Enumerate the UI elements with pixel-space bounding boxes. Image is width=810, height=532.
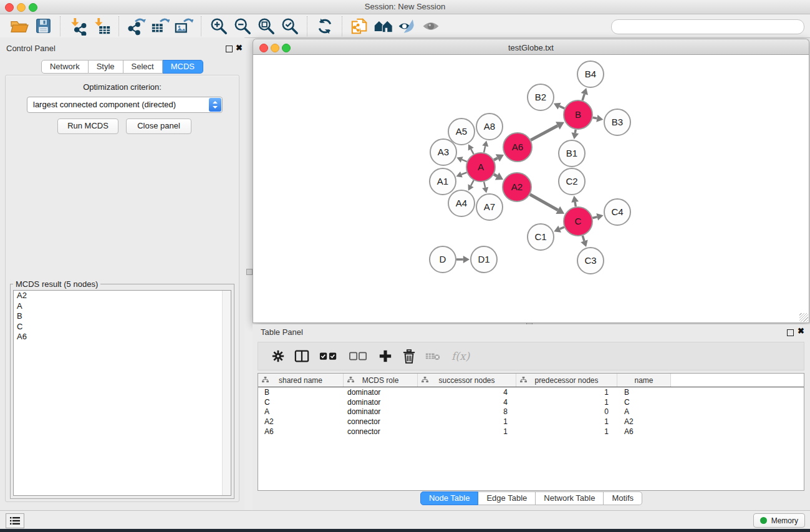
mcds-result-list[interactable]: A2ABCA6 — [13, 290, 231, 496]
mcds-result-item[interactable]: A6 — [14, 332, 231, 342]
unselect-all-button[interactable] — [348, 349, 369, 364]
table-cell[interactable]: C — [617, 398, 671, 407]
table-row[interactable]: A6connector11A6 — [258, 427, 804, 437]
table-cell[interactable]: 1 — [418, 417, 516, 426]
tab-style[interactable]: Style — [89, 60, 123, 74]
table-cell[interactable]: A — [617, 407, 671, 416]
table-cell[interactable]: 1 — [516, 388, 617, 397]
table-cell[interactable]: 0 — [516, 407, 617, 416]
network-window-titlebar[interactable]: testGlobe.txt — [253, 39, 809, 55]
tab-mcds[interactable]: MCDS — [163, 60, 203, 74]
vertical-splitter-handle[interactable] — [246, 269, 253, 275]
mcds-result-item[interactable]: B — [14, 311, 231, 322]
import-network-button[interactable] — [66, 16, 90, 36]
table-cell[interactable]: dominator — [344, 398, 418, 407]
resize-grip-icon[interactable] — [799, 313, 808, 322]
table-float-panel-icon[interactable] — [787, 329, 794, 336]
edge-A-A1[interactable] — [461, 172, 467, 174]
close-panel-icon[interactable]: ✖ — [236, 43, 243, 52]
edge-A-A2[interactable] — [494, 175, 497, 177]
export-table-button[interactable] — [148, 16, 172, 36]
task-history-button[interactable] — [6, 513, 24, 528]
zoom-in-button[interactable] — [207, 16, 231, 36]
edge-A2-C[interactable] — [530, 195, 558, 210]
table-cell[interactable]: C — [258, 398, 344, 407]
float-panel-icon[interactable] — [226, 46, 233, 52]
tab-network-table[interactable]: Network Table — [536, 491, 604, 505]
edge-C-C4[interactable] — [592, 217, 597, 218]
column-header-shared-name[interactable]: shared name — [258, 374, 344, 387]
edge-A-A7[interactable] — [484, 181, 485, 187]
refresh-button[interactable] — [313, 16, 337, 36]
edge-B-B3[interactable] — [593, 117, 597, 118]
table-cell[interactable]: 4 — [418, 398, 516, 407]
table-cell[interactable]: A6 — [258, 427, 344, 436]
column-header-name[interactable]: name — [617, 374, 671, 387]
export-image-button[interactable] — [172, 16, 196, 36]
show-all-button[interactable] — [419, 16, 443, 36]
tab-motifs[interactable]: Motifs — [604, 491, 642, 505]
mcds-result-item[interactable]: A — [14, 301, 231, 312]
table-cell[interactable]: A2 — [617, 417, 671, 426]
edge-A-A5[interactable] — [471, 149, 473, 154]
first-neighbors-button[interactable] — [372, 16, 395, 36]
table-cell[interactable]: 1 — [516, 398, 617, 407]
memory-button[interactable]: Memory — [753, 513, 805, 528]
tab-select[interactable]: Select — [123, 60, 163, 74]
node-table[interactable]: shared nameMCDS rolesuccessor nodesprede… — [258, 373, 804, 491]
edge-A6-B[interactable] — [531, 125, 557, 140]
table-close-panel-icon[interactable]: ✖ — [798, 326, 804, 336]
column-header-successor-nodes[interactable]: successor nodes — [418, 374, 516, 387]
table-cell[interactable]: B — [617, 388, 671, 397]
edge-B-B1[interactable] — [575, 130, 576, 133]
table-cell[interactable]: 1 — [516, 427, 617, 436]
table-cell[interactable]: connector — [344, 417, 418, 426]
tab-node-table[interactable]: Node Table — [420, 491, 479, 505]
mcds-result-item[interactable]: A2 — [14, 291, 231, 301]
save-session-button[interactable] — [31, 16, 55, 36]
edge-B-B2[interactable] — [559, 106, 564, 109]
table-cell[interactable]: connector — [344, 427, 418, 436]
table-row[interactable]: Bdominator41B — [258, 387, 804, 397]
new-network-from-selection-button[interactable] — [348, 16, 372, 36]
tab-edge-table[interactable]: Edge Table — [478, 491, 536, 505]
table-options-button[interactable] — [271, 349, 286, 364]
edge-A-A6[interactable] — [494, 158, 498, 160]
edge-C-C3[interactable] — [582, 236, 584, 241]
table-cell[interactable]: 4 — [418, 388, 516, 397]
table-row[interactable]: Adominator80A — [258, 407, 804, 417]
table-cell[interactable]: A6 — [617, 427, 671, 436]
table-cell[interactable]: 1 — [418, 427, 516, 436]
zoom-out-button[interactable] — [231, 16, 254, 36]
network-canvas[interactable]: B4B2BB3A8A5A6A3B1AA1C2A2A4A7C4CC1C3DD1 — [253, 55, 809, 323]
search-input[interactable] — [611, 19, 804, 34]
table-cell[interactable]: B — [258, 388, 344, 397]
column-header-MCDS-role[interactable]: MCDS role — [344, 374, 418, 387]
add-row-button[interactable] — [378, 349, 393, 364]
table-row[interactable]: Cdominator41C — [258, 397, 804, 407]
edge-C-C1[interactable] — [560, 227, 564, 229]
result-list-scrollbar[interactable] — [222, 291, 231, 495]
tab-network[interactable]: Network — [41, 60, 89, 74]
table-cell[interactable]: dominator — [344, 388, 418, 397]
table-cell[interactable]: 8 — [418, 407, 516, 416]
show-column-button[interactable] — [294, 349, 309, 364]
export-network-button[interactable] — [125, 16, 148, 36]
edge-A-A8[interactable] — [484, 146, 485, 152]
import-table-button[interactable] — [90, 16, 113, 36]
select-all-button[interactable] — [318, 349, 339, 364]
table-row[interactable]: A2connector11A2 — [258, 417, 804, 427]
table-cell[interactable]: dominator — [344, 407, 418, 416]
table-cell[interactable]: A2 — [258, 417, 344, 426]
run-mcds-button[interactable]: Run MCDS — [57, 118, 118, 134]
edge-A-A3[interactable] — [462, 160, 467, 162]
hide-selected-button[interactable] — [395, 16, 419, 36]
column-header-predecessor-nodes[interactable]: predecessor nodes — [516, 374, 617, 387]
edge-C-C2[interactable] — [575, 202, 576, 206]
mcds-result-item[interactable]: C — [14, 322, 231, 332]
edge-A-A4[interactable] — [471, 180, 474, 186]
table-cell[interactable]: 1 — [516, 417, 617, 426]
zoom-selected-button[interactable] — [278, 16, 302, 36]
function-builder-button[interactable]: f(x) — [451, 350, 470, 362]
criterion-dropdown[interactable]: largest connected component (directed) — [27, 97, 223, 113]
